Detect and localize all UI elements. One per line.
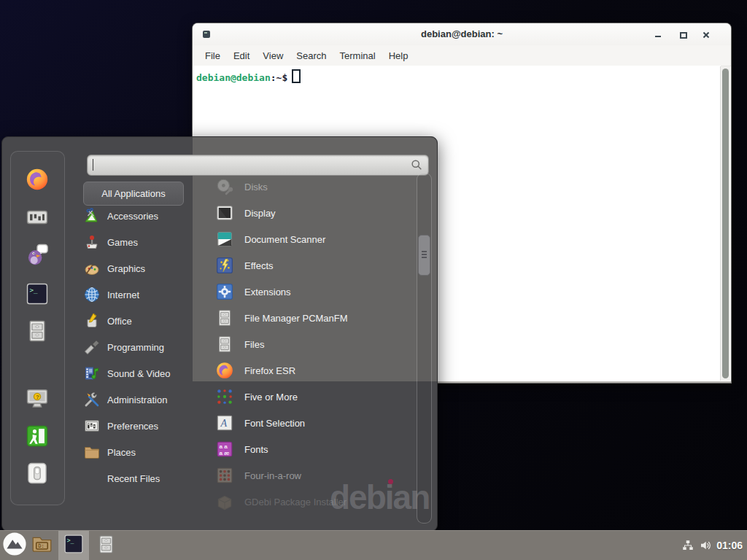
category-recent-files[interactable]: Recent Files bbox=[83, 465, 201, 491]
app-label: Effects bbox=[244, 260, 274, 271]
category-places[interactable]: Places bbox=[83, 439, 201, 465]
app-display[interactable]: Display bbox=[206, 200, 414, 226]
app-file-manager-pcmanfm[interactable]: File Manager PCManFM bbox=[206, 305, 414, 331]
app-label: Firefox ESR bbox=[244, 365, 295, 376]
app-label: Files bbox=[244, 339, 264, 350]
taskbar-launcher-terminal[interactable]: >_ bbox=[58, 531, 89, 560]
category-label: All Applications bbox=[101, 188, 165, 199]
menu-scrollbar-thumb[interactable] bbox=[418, 235, 430, 276]
app-label: Fonts bbox=[244, 444, 268, 455]
app-label: File Manager PCManFM bbox=[244, 313, 348, 324]
app-effects[interactable]: Effects bbox=[206, 252, 414, 279]
category-label: Programming bbox=[107, 342, 164, 353]
terminal-cursor bbox=[292, 69, 301, 83]
menu-item-terminal[interactable]: Terminal bbox=[333, 47, 382, 64]
app-gdebi-package-installer[interactable]: GDebi Package Installer bbox=[206, 489, 414, 515]
favorite-settings[interactable] bbox=[24, 206, 50, 232]
taskbar-launcher-menu[interactable] bbox=[2, 533, 27, 558]
category-internet[interactable]: Internet bbox=[83, 281, 201, 308]
minimize-button[interactable] bbox=[652, 29, 664, 41]
maximize-button[interactable] bbox=[677, 29, 689, 41]
menu-item-help[interactable]: Help bbox=[382, 47, 415, 64]
menu-scrollbar-track[interactable] bbox=[417, 173, 432, 524]
app-five-or-more[interactable]: Five or More bbox=[206, 384, 414, 410]
terminal-dark-icon: >_ bbox=[25, 281, 50, 309]
places-icon bbox=[83, 443, 101, 461]
menu-logo-icon bbox=[2, 532, 27, 559]
search-input[interactable] bbox=[93, 157, 406, 174]
app-label: Five or More bbox=[244, 392, 298, 402]
category-sound-video[interactable]: Sound & Video bbox=[83, 360, 201, 386]
taskbar-launcher-files[interactable] bbox=[96, 535, 117, 556]
category-graphics[interactable]: Graphics bbox=[83, 255, 201, 281]
terminal-titlebar[interactable]: debian@debian: ~ bbox=[193, 23, 731, 45]
category-games[interactable]: Games bbox=[83, 229, 201, 255]
svg-text:>_: >_ bbox=[67, 537, 74, 544]
file-cabinet-icon bbox=[25, 319, 50, 346]
terminal-scrollbar[interactable] bbox=[720, 66, 730, 381]
favorite-lock-screen[interactable]: ? bbox=[24, 386, 50, 413]
accessories-icon bbox=[83, 207, 101, 225]
app-firefox-esr[interactable]: Firefox ESR bbox=[206, 357, 414, 384]
favorite-pidgin[interactable] bbox=[24, 243, 50, 269]
taskbar: D:>_ 01:06 bbox=[0, 530, 747, 560]
favorite-logout[interactable] bbox=[24, 424, 50, 451]
five-or-more-icon bbox=[215, 387, 234, 406]
app-label: Document Scanner bbox=[244, 234, 325, 245]
application-menu: >_? All ApplicationsAccessoriesGamesGrap… bbox=[1, 136, 438, 532]
category-programming[interactable]: Programming bbox=[83, 334, 201, 360]
category-label: Internet bbox=[107, 289, 139, 300]
app-document-scanner[interactable]: Document Scanner bbox=[206, 226, 414, 252]
network-icon[interactable] bbox=[681, 539, 694, 552]
terminal-scrollbar-thumb[interactable] bbox=[722, 69, 729, 378]
app-files[interactable]: Files bbox=[206, 331, 414, 357]
font-selection-icon: A bbox=[215, 413, 234, 432]
app-font-selection[interactable]: AFont Selection bbox=[206, 410, 414, 436]
favorite-shutdown[interactable] bbox=[24, 462, 50, 488]
favorite-files[interactable] bbox=[24, 319, 50, 346]
file-cabinet-icon bbox=[215, 308, 234, 327]
app-label: Extensions bbox=[244, 287, 291, 298]
svg-text:D:: D: bbox=[38, 542, 44, 549]
svg-text:?: ? bbox=[36, 394, 39, 400]
close-button[interactable] bbox=[700, 29, 712, 41]
app-fonts[interactable]: a aa æFonts bbox=[206, 436, 414, 462]
menu-item-file[interactable]: File bbox=[198, 47, 227, 64]
preferences-icon bbox=[83, 417, 101, 435]
favorite-firefox[interactable] bbox=[24, 168, 50, 194]
favorite-terminal[interactable]: >_ bbox=[24, 282, 50, 308]
sound-video-icon bbox=[83, 365, 101, 382]
menu-item-view[interactable]: View bbox=[256, 47, 290, 64]
svg-text:a æ: a æ bbox=[219, 450, 229, 456]
search-box[interactable] bbox=[87, 155, 429, 176]
app-extensions[interactable]: Extensions bbox=[206, 279, 414, 305]
category-preferences[interactable]: Preferences bbox=[83, 413, 201, 439]
menu-item-search[interactable]: Search bbox=[290, 47, 333, 64]
category-administration[interactable]: Administration bbox=[83, 386, 201, 413]
file-cabinet-icon bbox=[215, 335, 234, 354]
app-label: Font Selection bbox=[244, 418, 305, 429]
terminal-window-title: debian@debian: ~ bbox=[193, 28, 731, 39]
category-office[interactable]: Office bbox=[83, 308, 201, 334]
system-tray: 01:06 bbox=[681, 531, 747, 560]
category-label: Office bbox=[107, 316, 132, 327]
category-accessories[interactable]: Accessories bbox=[83, 203, 201, 229]
search-icon bbox=[409, 158, 424, 172]
logout-icon bbox=[25, 424, 50, 451]
administration-icon bbox=[83, 391, 101, 408]
app-four-in-a-row[interactable]: Four-in-a-row bbox=[206, 462, 414, 489]
app-disks[interactable]: Disks bbox=[206, 174, 414, 200]
taskbar-clock[interactable]: 01:06 bbox=[716, 540, 743, 551]
programming-icon bbox=[83, 338, 101, 356]
terminal-dark-icon: >_ bbox=[63, 533, 85, 558]
firefox-icon bbox=[215, 361, 234, 380]
extensions-icon bbox=[215, 282, 234, 301]
volume-icon[interactable] bbox=[699, 539, 712, 552]
category-label: Administration bbox=[107, 394, 167, 405]
taskbar-launcher-file-manager[interactable]: D: bbox=[31, 534, 53, 557]
scrollbar-grip bbox=[422, 251, 427, 252]
app-label: Four-in-a-row bbox=[244, 470, 301, 481]
menu-item-edit[interactable]: Edit bbox=[227, 47, 256, 64]
category-label: Accessories bbox=[107, 211, 158, 222]
lock-screen-icon: ? bbox=[25, 386, 50, 413]
